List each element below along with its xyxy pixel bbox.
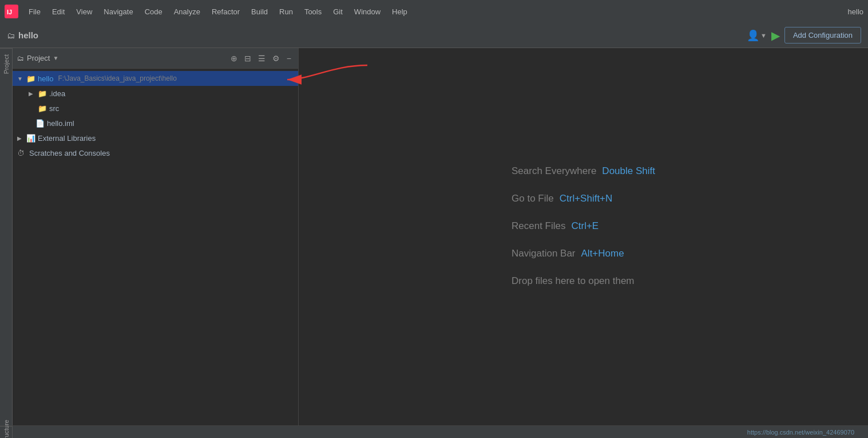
idea-folder-name: .idea [49, 89, 65, 98]
nav-bar-key: Alt+Home [581, 248, 624, 259]
nav-bar-label: Navigation Bar [512, 248, 576, 259]
scope-btn[interactable]: ⊕ [228, 53, 240, 64]
tree-item-idea[interactable]: ▶ 📁 .idea [13, 86, 298, 101]
menu-refactor[interactable]: Refactor [207, 5, 244, 18]
file-tree: ▼ 📁 hello F:\Java_Basics\idea_java_proje… [13, 69, 298, 438]
shortcut-goto-file: Go to File Ctrl+Shift+N [512, 193, 655, 204]
expand-idea-icon: ▶ [29, 90, 35, 97]
panel-title: 🗂 Project ▼ [17, 54, 58, 62]
toolbar-right: 👤 ▼ ▶ Add Configuration [747, 27, 861, 44]
panel-title-text: Project [27, 54, 50, 62]
menu-analyze[interactable]: Analyze [169, 5, 205, 18]
menu-git[interactable]: Git [328, 5, 347, 18]
run-icon[interactable]: ▶ [771, 29, 780, 42]
structure-tab-label: Structure [3, 420, 10, 438]
menu-edit[interactable]: Edit [47, 5, 69, 18]
menu-tools[interactable]: Tools [300, 5, 326, 18]
hello-iml-name: hello.iml [47, 119, 74, 128]
shortcut-search-everywhere: Search Everywhere Double Shift [512, 165, 655, 177]
src-folder-name: src [49, 104, 59, 113]
main-toolbar: 🗂 hello 👤 ▼ ▶ Add Configuration [0, 23, 868, 48]
bottom-url: https://blog.csdn.net/weixin_42469070 [747, 429, 854, 436]
shortcut-recent-files: Recent Files Ctrl+E [512, 220, 655, 232]
user-icon-btn[interactable]: 👤 ▼ [747, 29, 767, 42]
goto-file-label: Go to File [512, 193, 554, 204]
left-tabs: Project [0, 48, 13, 438]
menu-navigate[interactable]: Navigate [99, 5, 137, 18]
folder-icon-hello: 📁 [26, 74, 35, 83]
expand-hello-icon: ▼ [17, 76, 24, 82]
project-panel: 🗂 Project ▼ ⊕ ⊟ ☰ ⚙ − ▼ 📁 hello [13, 48, 299, 438]
svg-text:IJ: IJ [7, 9, 12, 15]
menu-file[interactable]: File [24, 5, 45, 18]
panel-toolbar: 🗂 Project ▼ ⊕ ⊟ ☰ ⚙ − [13, 48, 298, 69]
file-icon-iml: 📄 [35, 119, 45, 128]
menu-project-title: hello [848, 7, 863, 16]
expand-libs-icon: ▶ [17, 135, 24, 141]
goto-file-key: Ctrl+Shift+N [560, 193, 613, 204]
recent-files-key: Ctrl+E [572, 220, 599, 232]
drop-hint-row: Drop files here to open them [512, 275, 655, 287]
search-everywhere-label: Search Everywhere [512, 165, 596, 177]
settings-btn[interactable]: ⚙ [270, 53, 282, 64]
project-title-label: hello [18, 30, 38, 40]
scratches-icon: ⏱ [17, 149, 25, 157]
structure-tab[interactable]: Structure [0, 426, 13, 438]
panel-toolbar-buttons: ⊕ ⊟ ☰ ⚙ − [228, 53, 294, 64]
menu-run[interactable]: Run [275, 5, 298, 18]
drop-hint-text: Drop files here to open them [512, 275, 635, 287]
tree-item-hello-iml[interactable]: 📄 hello.iml [13, 116, 298, 131]
menu-help[interactable]: Help [387, 5, 412, 18]
tree-item-external-libs[interactable]: ▶ 📊 External Libraries [13, 131, 298, 145]
bottom-bar: Structure https://blog.csdn.net/weixin_4… [0, 425, 868, 438]
menu-build[interactable]: Build [247, 5, 272, 18]
minimize-btn[interactable]: − [284, 53, 294, 64]
external-libs-name: External Libraries [38, 134, 96, 143]
menu-window[interactable]: Window [350, 5, 385, 18]
add-configuration-button[interactable]: Add Configuration [784, 27, 861, 44]
tree-root-hello[interactable]: ▼ 📁 hello F:\Java_Basics\idea_java_proje… [13, 71, 298, 86]
search-everywhere-key: Double Shift [602, 165, 655, 177]
menu-bar: IJ File Edit View Navigate Code Analyze … [0, 0, 868, 23]
app-logo: IJ [5, 5, 18, 18]
sidebar-tab-project[interactable]: Project [0, 48, 12, 80]
editor-area: Search Everywhere Double Shift Go to Fil… [299, 48, 868, 438]
tree-item-scratches[interactable]: ⏱ Scratches and Consoles [13, 145, 298, 160]
folder-icon-src: 📁 [38, 104, 47, 113]
shortcut-hints: Search Everywhere Double Shift Go to Fil… [512, 165, 655, 287]
recent-files-label: Recent Files [512, 220, 565, 232]
menu-code[interactable]: Code [140, 5, 167, 18]
root-path: F:\Java_Basics\idea_java_project\hello [58, 74, 176, 82]
folder-icon-idea: 📁 [38, 89, 47, 98]
menu-view[interactable]: View [72, 5, 97, 18]
project-label: 🗂 hello [7, 30, 38, 40]
main-layout: Project 🗂 Project ▼ ⊕ ⊟ ☰ ⚙ − [0, 48, 868, 438]
expand-all-btn[interactable]: ☰ [256, 53, 268, 64]
collapse-all-btn[interactable]: ⊟ [242, 53, 253, 64]
shortcut-nav-bar: Navigation Bar Alt+Home [512, 248, 655, 259]
root-name: hello [38, 74, 53, 83]
library-icon: 📊 [26, 134, 35, 143]
tree-item-src[interactable]: 📁 src [13, 101, 298, 116]
scratches-name: Scratches and Consoles [29, 149, 110, 157]
